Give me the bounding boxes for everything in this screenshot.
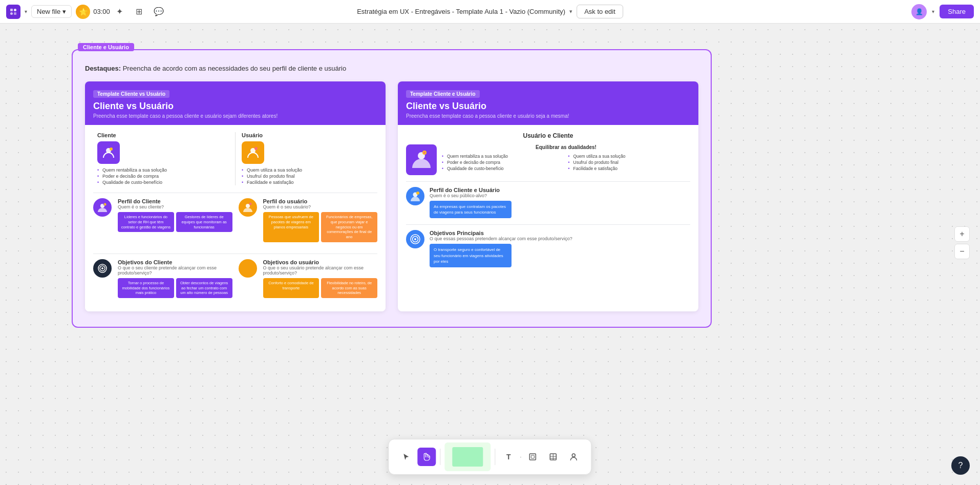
rc-vs-cols: Quem rentabiliza a sua solução Poder e d… — [442, 153, 690, 172]
topbar: ▾ New file ▾ ⭐ 03:00 ✦ ⊞ 💬 Estratégia em… — [0, 0, 980, 24]
client-profile: ⚙ Perfil do Cliente Quem é o seu cliente… — [93, 198, 232, 248]
share-button[interactable]: Share — [940, 5, 974, 18]
svg-point-12 — [249, 203, 251, 205]
vs-col-client-title: Cliente — [97, 132, 229, 138]
client-profile-icon: ⚙ — [93, 198, 112, 217]
rc-divider-1 — [406, 181, 690, 182]
client-goals-title: Objetivos do Cliente — [118, 259, 232, 265]
layout-icon[interactable]: ⊞ — [134, 6, 145, 17]
svg-rect-26 — [530, 454, 536, 460]
zoom-in-button[interactable]: + — [954, 226, 970, 242]
left-card-header-label: Template Cliente vs Usuário — [93, 90, 169, 98]
cursor-tool[interactable] — [397, 448, 415, 466]
bt-cursor-section — [393, 448, 440, 466]
timer-avatar: ⭐ — [76, 5, 90, 19]
table-tool[interactable] — [544, 448, 563, 466]
client-profile-cards: Líderes e funcionários do setor de RH qu… — [118, 212, 232, 232]
client-icon — [97, 141, 120, 164]
person-tool[interactable] — [565, 448, 583, 466]
user-goal-card-1: Conforto e comodidade de transporte — [263, 278, 319, 298]
text-tool[interactable]: T — [499, 448, 518, 466]
user-profile-info: Perfil do usuário Quem é o seu usuário? … — [263, 198, 378, 242]
right-card-header-label: Template Cliente e Usuário — [406, 90, 480, 98]
left-template-card: Template Cliente vs Usuário Cliente vs U… — [85, 81, 386, 311]
svg-point-32 — [572, 454, 576, 457]
minimap[interactable] — [444, 442, 491, 471]
svg-point-5 — [110, 147, 113, 151]
svg-rect-27 — [531, 455, 535, 458]
rc-col1-b3: Qualidade de custo-benefício — [442, 165, 564, 172]
rc-goals-sub: O que essas pessoas pretendem alcançar c… — [430, 236, 572, 241]
rc-goals-info: Objetivos Principais O que essas pessoas… — [430, 230, 572, 267]
vs-col-user-title: Usuário — [242, 132, 373, 138]
new-file-label: New file — [37, 8, 60, 15]
page-title: Estratégia em UX - Entregáveis - Templat… — [357, 8, 565, 15]
user-goals: 🌴 Objetivos do usuário O que o seu usuár… — [239, 259, 378, 304]
client-goals-section: Objetivos do Cliente O que o seu cliente… — [93, 259, 232, 298]
timer-text: 03:00 — [93, 8, 110, 15]
client-bullet-3: Qualidade de custo-benefício — [97, 179, 229, 185]
section-divider-2 — [93, 254, 377, 254]
topbar-right: 👤 ▾ Share — [911, 4, 974, 19]
logo-chevron[interactable]: ▾ — [25, 9, 27, 14]
client-profile-title: Perfil do Cliente — [118, 198, 232, 204]
rc-section-title: Usuário e Cliente — [406, 132, 690, 139]
right-card-body: Usuário e Cliente — [398, 125, 698, 275]
user-goals-title: Objetivos do usuário — [263, 259, 378, 265]
help-button[interactable]: ? — [951, 456, 970, 475]
client-profile-info: Perfil do Cliente Quem é o seu cliente? … — [118, 198, 232, 232]
user-card-1: Pessoas que usufruem de pacotes de viage… — [263, 212, 319, 242]
user-profile-sub: Quem é o seu usuário? — [263, 204, 378, 209]
right-card-header: Template Cliente e Usuário Cliente vs Us… — [398, 81, 698, 125]
client-goal-card-1: Tornar o processo de mobilidade dos func… — [118, 278, 174, 298]
rc-vs-col-2: Quem utiliza a sua solução Usufruí do pr… — [568, 153, 691, 172]
frame-container: Cliente e Usuário Destaques: Preencha de… — [72, 49, 712, 328]
rc-vs-col-1: Quem rentabiliza a sua solução Poder e d… — [442, 153, 564, 172]
vs-divider — [235, 132, 236, 185]
client-card-2: Gestores de líderes de equipes que monit… — [176, 212, 232, 232]
rc-col1-bullets: Quem rentabiliza a sua solução Poder e d… — [442, 153, 564, 172]
user-profile-cards: Pessoas que usufruem de pacotes de viage… — [263, 212, 378, 242]
user-profile: Perfil do usuário Quem é o seu usuário? … — [239, 198, 378, 248]
rc-col1-b1: Quem rentabiliza a sua solução — [442, 153, 564, 159]
rc-vs-content: Equilibrar as dualidades! Quem rentabili… — [442, 144, 690, 175]
rc-profile-icon — [406, 187, 424, 205]
rc-goals-title: Objetivos Principais — [430, 230, 572, 236]
rc-profile-sub: Quem é o seu público-alvo? — [430, 193, 512, 198]
title-chevron: ▾ — [569, 8, 572, 15]
left-card-header-subtitle: Preencha esse template caso a pessoa cli… — [93, 113, 377, 119]
rc-col2-b1: Quem utiliza a sua solução — [568, 153, 691, 159]
user-bullets: Quem utiliza a sua solução Usufruí do pr… — [242, 167, 373, 185]
separator-dot: · — [520, 453, 521, 460]
magic-icon[interactable]: ✦ — [114, 6, 125, 17]
frame-label: Cliente e Usuário — [78, 43, 134, 51]
user-goals-icon: 🌴 — [239, 259, 257, 278]
user-goal-card-2: Flexibilidade no roteiro, de acordo com … — [321, 278, 377, 298]
client-goal-card-2: Obter descontos de viagens ao fechar um … — [176, 278, 232, 298]
hand-tool[interactable] — [417, 448, 436, 466]
user-avatar[interactable]: 👤 — [911, 4, 927, 19]
vs-col-client: Cliente Quem rentabiliza a sua solução — [93, 132, 233, 185]
svg-text:🌴: 🌴 — [243, 264, 253, 273]
client-goals: Objetivos do Cliente O que o seu cliente… — [93, 259, 232, 304]
rc-profile-section: Perfil do Cliente e Usuário Quem é o seu… — [406, 187, 690, 218]
user-goals-sub: O que o seu usuário pretende alcançar co… — [263, 265, 378, 276]
chat-icon[interactable]: 💬 — [153, 6, 164, 17]
client-bullet-2: Poder e decisão de compra — [97, 173, 229, 179]
canvas[interactable]: Cliente e Usuário Destaques: Preencha de… — [0, 24, 980, 485]
new-file-button[interactable]: New file ▾ — [31, 5, 72, 18]
client-card-1: Líderes e funcionários do setor de RH qu… — [118, 212, 174, 232]
bt-tools-section: T · — [495, 448, 587, 466]
figma-logo-icon[interactable] — [6, 5, 20, 19]
left-card-header: Template Cliente vs Usuário Cliente vs U… — [85, 81, 386, 125]
rc-profile-card: As empresas que contratam os pacotes de … — [430, 201, 512, 218]
zoom-out-button[interactable]: − — [954, 244, 970, 259]
rc-balance-label: Equilibrar as dualidades! — [442, 144, 690, 150]
user-bullet-1: Quem utiliza a sua solução — [242, 167, 373, 173]
ask-edit-button[interactable]: Ask to edit — [577, 5, 623, 18]
user-profile-section: Perfil do usuário Quem é o seu usuário? … — [239, 198, 378, 242]
user-chevron: ▾ — [932, 9, 934, 14]
new-file-chevron: ▾ — [62, 8, 66, 15]
client-goal-cards: Tornar o processo de mobilidade dos func… — [118, 278, 232, 298]
frame-tool[interactable] — [524, 448, 542, 466]
